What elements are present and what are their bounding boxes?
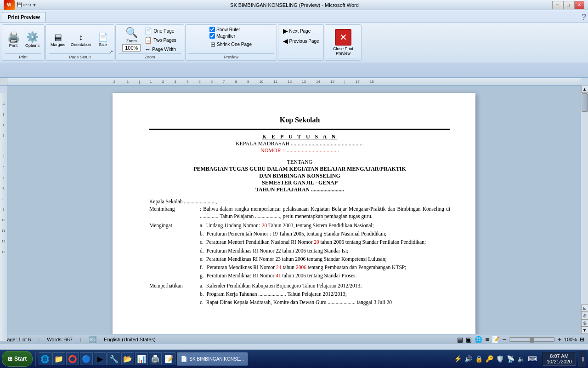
zoom-in-button[interactable]: + <box>558 336 561 343</box>
close-content: ✕ Close Print Preview <box>329 27 357 58</box>
previous-page-button[interactable]: ◀ Previous Page <box>282 37 320 45</box>
one-page-button[interactable]: 📄 One Page <box>143 27 177 35</box>
close-print-preview-button[interactable]: ✕ Close Print Preview <box>329 27 357 58</box>
zoom-slider-thumb[interactable] <box>530 337 534 343</box>
scroll-area: -1 | 1 2 3 4 5 6 7 8 9 10 11 12 13 Kop S… <box>0 86 588 334</box>
view-layout-icon[interactable]: ▣ <box>466 336 472 343</box>
taskbar-explorer-icon[interactable]: 📁 <box>52 352 65 365</box>
zoom-button[interactable]: 🔍 Zoom <box>123 27 140 44</box>
tab-print-preview[interactable]: Print Preview <box>2 12 46 22</box>
orientation-button[interactable]: ↕ Orientation <box>69 32 93 48</box>
v-ruler-ticks: -1 | 1 2 3 4 5 6 7 8 9 10 11 12 13 <box>0 93 7 261</box>
scrollbar-corner-top <box>581 78 588 86</box>
quick-access: 💾 ↩ ↪ ▼ <box>17 2 37 7</box>
scroll-down-button[interactable]: ▼ <box>581 327 588 334</box>
tray-icon-7[interactable]: 🔈 <box>517 355 525 362</box>
view-normal-icon[interactable]: ▤ <box>457 336 463 343</box>
semester: SEMESTER GANJIL - GENAP <box>149 179 450 186</box>
page-width-button[interactable]: ↔ Page Width <box>143 45 177 53</box>
tray-icon-1[interactable]: ⚡ <box>454 355 462 362</box>
taskbar-word-icon[interactable]: 📝 <box>163 352 175 365</box>
window-controls[interactable]: ─ □ ✕ <box>552 1 584 9</box>
print-icon: 🖨️ <box>7 32 20 42</box>
bimbingan: DAN BIMBINGAN KONSELING <box>149 172 450 179</box>
zoom-out-button[interactable]: − <box>502 336 506 343</box>
active-window-button[interactable]: 📄 SK BIMBINGAN KONSE... <box>176 352 248 366</box>
zoom-value[interactable]: 100% <box>122 44 141 52</box>
taskbar-ie-icon[interactable]: 🌐 <box>39 352 51 365</box>
tray-icon-2[interactable]: 🔊 <box>464 355 472 362</box>
ruler-horizontal: -2 -1 | 1 2 3 4 5 6 7 8 9 10 11 12 13 14… <box>7 78 581 86</box>
page-heading: Kop Sekolah <box>149 116 450 124</box>
list-item: g. Peraturan Mendiknas RI Nomor 41 tahun… <box>200 272 450 279</box>
zoom-slider[interactable] <box>509 337 555 342</box>
taskbar-tool-icon[interactable]: 🔧 <box>107 352 120 365</box>
magnifier-checkbox[interactable]: Magnifier <box>209 33 235 39</box>
zoom-btn-group: 🔍 Zoom 100% <box>122 27 141 52</box>
taskbar-chrome-icon[interactable]: 🔵 <box>80 352 93 365</box>
minimize-button[interactable]: ─ <box>552 1 562 9</box>
scroll-track[interactable] <box>581 93 588 305</box>
scroll-select-button[interactable]: ⊡ <box>581 305 588 312</box>
taskbar-print-icon[interactable]: 🖨️ <box>149 352 162 365</box>
help-icon[interactable]: ? <box>582 12 586 22</box>
ruler-corner <box>0 78 7 86</box>
taskbar-excel-icon[interactable]: 📊 <box>135 352 148 365</box>
mengingat-f: f. Peraturan Mendiknas RI Nomor 24 tahun… <box>200 264 450 271</box>
show-desktop-button[interactable]: ▐ <box>578 351 586 367</box>
next-page-button[interactable]: ▶ Next Page <box>282 27 312 35</box>
empty-label <box>281 58 321 59</box>
maximize-button[interactable]: □ <box>563 1 573 9</box>
taskbar-media-icon[interactable]: ▶ <box>94 352 107 365</box>
list-item: b. Peraturan Pemerintah Nomor : 19 Tahun… <box>200 230 450 237</box>
mengingat-c: c. Peraturan Menteri Pendidikan Nasional… <box>200 238 450 246</box>
page-setup-expand[interactable]: ↗ <box>110 50 113 54</box>
options-button[interactable]: ⚙️ Options <box>23 31 41 49</box>
print-button[interactable]: 🖨️ Print <box>5 31 22 49</box>
mengingat-a: a. Undang-Undang Nomor : 20 Tahun 2003, … <box>200 222 450 229</box>
ribbon-group-print: 🖨️ Print ⚙️ Options Print <box>2 24 45 61</box>
tray-icon-8[interactable]: ⌨ <box>528 355 537 362</box>
scroll-next-button2[interactable]: ◎ <box>581 319 588 327</box>
clock[interactable]: 8:07 AM 10/21/2020 <box>543 352 576 366</box>
list-item: e. Peraturan Mendiknas RI Nomor 23 tahun… <box>200 255 450 263</box>
zoom-pages: 📄 One Page 📋 Two Pages ↔ Page Width <box>143 27 177 53</box>
tray-icon-4[interactable]: 🔑 <box>486 355 493 362</box>
window-close-button[interactable]: ✕ <box>574 1 584 9</box>
ruler-ticks: -2 -1 | 1 2 3 4 5 6 7 8 9 10 11 12 13 14… <box>7 80 374 84</box>
shrink-one-page-button[interactable]: ⊞ Shrink One Page <box>209 40 253 48</box>
view-draft-icon[interactable]: 📝 <box>492 336 499 343</box>
margins-button[interactable]: ▤ Margins <box>49 32 67 48</box>
taskbar-quick-launch: 🌐 📁 ⭕ 🔵 ▶ 🔧 📂 📊 🖨️ 📝 <box>39 352 175 365</box>
tray-icon-6[interactable]: 📡 <box>507 355 514 362</box>
size-button[interactable]: 📄 Size <box>95 32 111 48</box>
start-button[interactable]: ⊞ Start <box>2 351 33 367</box>
next-page-icon: ▶ <box>283 27 288 34</box>
menimbang-label: Menimbang <box>149 205 200 220</box>
scroll-thumb[interactable] <box>582 93 588 112</box>
scroll-prev-button[interactable]: ◎ <box>581 312 588 319</box>
memperhatikan-content: a. Kalender Pendidikan Kabupaten Bojoneg… <box>200 282 450 307</box>
mengingat-d: d. Peraturan Mendiknas RI Nomor 22 tahun… <box>200 247 450 254</box>
page-setup-content: ▤ Margins ↕ Orientation 📄 Size <box>49 27 111 53</box>
zoom-content: 🔍 Zoom 100% 📄 One Page 📋 Two Pages <box>122 27 177 53</box>
vertical-scrollbar[interactable]: ▲ ⊡ ◎ ◎ ▼ <box>581 86 588 334</box>
page-width-icon: ↔ <box>144 46 151 53</box>
two-pages-button[interactable]: 📋 Two Pages <box>143 36 177 44</box>
list-item: d. Peraturan Mendiknas RI Nomor 22 tahun… <box>200 247 450 254</box>
kepala-sekolah: Kepala Sekolah ........................, <box>149 199 217 204</box>
language: English (United States) <box>104 337 156 342</box>
shrink-icon: ⊞ <box>210 41 215 48</box>
tray-icon-5[interactable]: 🛡️ <box>496 355 504 362</box>
memperhatikan-label: Memperhatikan <box>149 282 200 307</box>
taskbar-folder-icon[interactable]: 📂 <box>121 352 134 365</box>
show-ruler-checkbox[interactable]: Show Ruler <box>209 27 240 32</box>
taskbar-divider <box>35 352 36 366</box>
zoom-expand-button[interactable]: ⊞ <box>580 336 584 343</box>
ribbon-group-close: ✕ Close Print Preview <box>325 24 362 61</box>
taskbar-opera-icon[interactable]: ⭕ <box>66 352 79 365</box>
scroll-up-button[interactable]: ▲ <box>581 86 588 93</box>
tray-icon-3[interactable]: 🔒 <box>475 355 483 362</box>
view-web-icon[interactable]: 🌐 <box>475 336 482 343</box>
view-outline-icon[interactable]: ≡ <box>485 336 489 343</box>
